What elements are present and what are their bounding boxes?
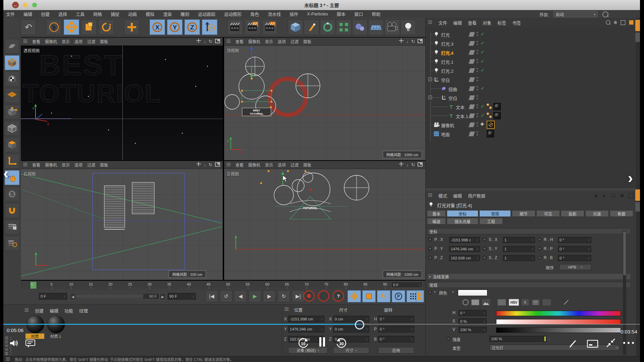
coord-value-field[interactable]: 0 cm↕ (333, 336, 369, 343)
am-menu-0[interactable]: 模式 (438, 192, 447, 199)
enabled-check-icon[interactable]: ✓ (481, 40, 485, 46)
attr-field-box[interactable]: 0 °↕ (558, 255, 591, 261)
viewport-dolly-icon[interactable]: ↓ (204, 39, 206, 44)
visibility-dot-bottom[interactable] (477, 107, 478, 108)
rgb-mode-icon[interactable] (497, 299, 506, 306)
layer-tag-icon[interactable] (469, 131, 475, 136)
axis-lock-y[interactable]: Y (167, 19, 182, 35)
viewport-solo-button[interactable] (5, 170, 19, 185)
search-icon[interactable] (602, 11, 608, 17)
live-selection-tool[interactable] (46, 19, 62, 35)
attr-field-box[interactable]: -1151.998 c↕ (449, 237, 480, 243)
coord-value-field[interactable]: 1476.346 cm↕ (288, 326, 324, 333)
layer-tag-icon[interactable] (469, 113, 475, 118)
prev-key-button[interactable]: ↺ (220, 290, 232, 302)
axis-lock-z[interactable]: Z (184, 19, 200, 35)
scale-tool[interactable] (81, 19, 97, 35)
tree-row[interactable]: T文本.1✓ (426, 111, 636, 120)
menu-item-5[interactable]: 网格 (93, 11, 102, 17)
menu-item-8[interactable]: 模拟 (146, 11, 154, 17)
model-mode-button[interactable] (5, 55, 19, 70)
keyframe-radio-icon[interactable] (538, 238, 541, 241)
viewport-pan-icon[interactable] (196, 162, 201, 168)
enabled-check-icon[interactable]: ✓ (481, 31, 485, 37)
snap-button[interactable] (5, 203, 19, 218)
menu-item-17[interactable]: 脚本 (337, 11, 345, 17)
material-menu-2[interactable]: 功能 (64, 307, 73, 314)
render-cross-icon[interactable]: ✚ (480, 122, 484, 127)
tab-工程[interactable]: 工程 (479, 218, 503, 225)
coord-value-field[interactable]: 0 cm↕ (333, 316, 369, 322)
visibility-dot-top[interactable] (477, 50, 478, 51)
visibility-dot-top[interactable] (477, 122, 478, 124)
timeline-end-spinner[interactable]: 90 F↕ (168, 293, 196, 300)
visibility-dot-bottom[interactable] (477, 125, 478, 126)
enabled-check-icon[interactable]: ✓ (481, 67, 485, 73)
tab-噪波[interactable]: 噪波 (427, 218, 446, 225)
search-icon[interactable] (606, 20, 610, 25)
menu-item-2[interactable]: 创建 (41, 11, 50, 17)
hsv-value-field[interactable]: 0 °↕ (459, 310, 487, 316)
keyframe-help-button[interactable]: ? (333, 290, 344, 302)
menu-item-3[interactable]: 选择 (58, 11, 67, 17)
attr-field-box[interactable]: 1↕ (503, 246, 535, 252)
kelvin-mode-icon[interactable]: K (522, 299, 529, 306)
keyframe-radio-icon[interactable] (483, 247, 486, 250)
visibility-dot-top[interactable] (477, 32, 478, 33)
om-menu-1[interactable]: 编辑 (453, 19, 462, 26)
undo-button[interactable]: ↶ (21, 19, 36, 35)
prev-frame-button[interactable]: ◀ (234, 290, 247, 302)
material-tag-icon[interactable] (493, 112, 501, 119)
record-scale-button[interactable] (362, 290, 376, 302)
timeline-start-spinner[interactable]: 0 F↕ (39, 293, 67, 300)
render-settings-button[interactable] (262, 19, 278, 35)
record-keyframe-button[interactable] (303, 290, 315, 302)
om-menu-2[interactable]: 查看 (468, 19, 477, 26)
convert-editable-button[interactable] (5, 39, 19, 54)
keyframe-radio-icon[interactable] (483, 256, 486, 259)
am-menu-2[interactable]: 用户数据 (468, 192, 485, 199)
viewport-dolly-icon[interactable]: ↓ (407, 162, 409, 167)
interface-dropdown[interactable]: 启动▾ (553, 11, 598, 17)
material-label-selected[interactable]: 材质 (25, 334, 44, 339)
viewport-menu-摄像机[interactable]: 摄像机 (45, 162, 57, 168)
om-menu-4[interactable]: 标签 (497, 19, 506, 26)
search-icon[interactable] (611, 193, 615, 198)
coord-value-field[interactable]: 0 °↕ (378, 336, 414, 343)
attr-field-box[interactable]: 1↕ (503, 255, 535, 261)
tab-细节[interactable]: 细节 (512, 210, 535, 217)
viewport-menu-选项[interactable]: 选项 (278, 39, 286, 44)
loop-button[interactable]: ↻ (277, 290, 290, 302)
world-coordinates-button[interactable] (202, 19, 217, 35)
visibility-dot-bottom[interactable] (477, 62, 478, 63)
camera-protection-tag-icon[interactable] (487, 121, 495, 129)
metaball-button[interactable] (352, 19, 368, 35)
attr-field-box[interactable]: 0 °↕ (558, 246, 591, 252)
layer-tag-icon[interactable] (469, 59, 475, 64)
visibility-dot-top[interactable] (477, 95, 478, 97)
viewport-menu-面板[interactable]: 面板 (100, 162, 108, 168)
viewport-toggle-icon[interactable] (418, 162, 423, 168)
goto-start-button[interactable]: |◀ (205, 290, 218, 302)
enabled-check-icon[interactable]: ✓ (481, 113, 485, 118)
enable-axis-button[interactable] (5, 154, 19, 169)
visibility-dot-bottom[interactable] (477, 116, 478, 117)
material-menu-0[interactable]: 创建 (35, 307, 44, 314)
spline-pen-button[interactable] (304, 19, 319, 35)
visibility-dot-top[interactable] (477, 41, 478, 42)
viewport-rotate-icon[interactable]: ↻ (411, 162, 415, 167)
viewport-menu-过滤[interactable]: 过滤 (290, 162, 299, 168)
keyframe-radio-icon[interactable] (538, 247, 541, 250)
coord-size-dropdown[interactable]: 尺寸▾ (333, 347, 369, 354)
frame-spinner[interactable]: 0 F↕ (391, 282, 423, 288)
range-right-arrow[interactable]: ▶ (160, 293, 166, 300)
tree-row[interactable]: 灯光.1✓ (426, 57, 636, 66)
coord-mode-dropdown[interactable]: 对象 (相对)▾ (288, 347, 328, 354)
menu-item-9[interactable]: 渲染 (163, 11, 172, 17)
attr-field-box[interactable]: 0 °↕ (558, 237, 591, 243)
keyframe-radio-icon[interactable] (428, 256, 432, 259)
viewport-menu-显示[interactable]: 显示 (62, 162, 70, 168)
mixer-mode-icon[interactable] (532, 299, 540, 305)
visibility-dot-top[interactable] (477, 59, 478, 60)
viewport-menu-摄像机[interactable]: 摄像机 (248, 39, 260, 44)
